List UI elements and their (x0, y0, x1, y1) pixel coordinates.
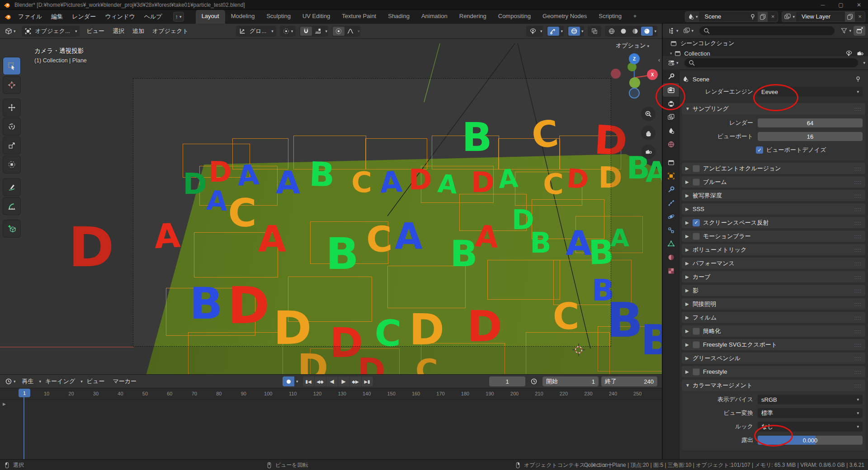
navigation-gizmo[interactable]: Z X (609, 52, 659, 102)
minimize-button[interactable]: ─ (814, 0, 832, 10)
timeline-ruler[interactable]: 1020304050607080901001101201301401501601… (0, 388, 662, 400)
view-layer-remove-button[interactable]: × (855, 12, 865, 22)
workspace-tab-shading[interactable]: Shading (382, 10, 415, 24)
properties-tab-material[interactable] (663, 250, 679, 264)
letter-object[interactable]: D (68, 223, 114, 273)
tool-measure-button[interactable] (3, 197, 21, 215)
properties-tab-modifiers[interactable] (663, 183, 679, 196)
properties-tab-collection[interactable] (663, 155, 679, 169)
snap-toggle[interactable] (300, 27, 312, 36)
workspace-tab-modeling[interactable]: Modeling (225, 10, 261, 24)
panel-header-パフォーマンス[interactable]: ▶パフォーマンス:::: (682, 258, 865, 269)
jump-to-end-button[interactable]: ▶▮ (362, 376, 373, 386)
properties-editor-type-button[interactable]: ▾ (665, 58, 681, 68)
panel-header-モーションブラー[interactable]: ▶モーションブラー:::: (682, 230, 865, 242)
letter-object[interactable]: B (641, 322, 662, 358)
properties-tab-output[interactable] (663, 97, 679, 110)
properties-tab-constraints[interactable] (663, 223, 679, 237)
properties-tab-object[interactable] (663, 169, 679, 183)
snap-target-icon[interactable] (312, 27, 324, 36)
shading-rendered-button[interactable] (641, 27, 653, 36)
tool-select-box-button[interactable] (3, 57, 21, 75)
view-layer-name-field[interactable]: View Layer (797, 13, 845, 20)
properties-tab-view-layer[interactable] (663, 110, 679, 124)
pivot-point-dropdown[interactable]: ▾ (280, 26, 296, 37)
viewport-samples-field[interactable]: 16 (758, 132, 863, 141)
outliner-search-input[interactable] (699, 26, 835, 35)
workspace-tab-rendering[interactable]: Rendering (453, 10, 492, 24)
proportional-falloff-icon[interactable] (344, 27, 356, 36)
exposure-field[interactable]: 0.000 (758, 436, 863, 445)
scene-name-field[interactable]: Scene (700, 13, 748, 20)
tool-move-button[interactable] (3, 99, 21, 117)
menu-レンダー[interactable]: レンダー (67, 11, 100, 23)
properties-tab-render[interactable] (663, 83, 679, 97)
3d-viewport[interactable]: BCDDAABCADADACDDBADACABCABADBABABDABDDDC… (0, 39, 662, 374)
viewport-menu-オブジェクト[interactable]: オブジェクト (148, 25, 193, 37)
workspace-tab-texture-paint[interactable]: Texture Paint (336, 10, 382, 24)
panel-header-Freestyle[interactable]: ▶Freestyle:::: (682, 366, 865, 377)
letter-object[interactable]: B (607, 299, 643, 342)
shading-dropdown[interactable]: ▾ (654, 29, 656, 33)
play-button[interactable]: ▶ (338, 376, 350, 386)
panel-sampling-header[interactable]: ▼ サンプリング :::: (682, 103, 865, 114)
viewport-options-dropdown[interactable]: オプション▾ (616, 42, 649, 50)
display-device-dropdown[interactable]: sRGB▾ (758, 395, 863, 404)
letter-object[interactable]: D (358, 356, 385, 374)
scene-pin-icon[interactable] (748, 12, 758, 22)
properties-tab-scene[interactable] (663, 124, 679, 137)
preview-range-clock-button[interactable] (528, 376, 540, 386)
panel-header-ボリューメトリック[interactable]: ▶ボリューメトリック:::: (682, 244, 865, 255)
xray-toggle[interactable] (588, 26, 601, 37)
timeline-track-area[interactable]: ▶ (0, 400, 662, 460)
new-collection-button[interactable] (854, 26, 865, 36)
tool-cursor-button[interactable] (3, 76, 21, 94)
workspace-tab-animation[interactable]: Animation (415, 10, 453, 24)
panel-checkbox[interactable] (693, 165, 700, 172)
shading-wireframe-button[interactable] (606, 27, 618, 36)
show-gizmo-toggle[interactable] (547, 27, 559, 36)
panel-header-間接照明[interactable]: ▶間接照明:::: (682, 298, 865, 310)
timeline-editor-type-button[interactable]: ▾ (3, 376, 18, 386)
collection-render-icon[interactable] (856, 50, 863, 56)
snap-dropdown[interactable]: ▾ (325, 29, 327, 33)
sidebar-collapse-arrow[interactable]: ‹ (658, 57, 660, 63)
panel-checkbox[interactable]: ✓ (693, 219, 700, 226)
view-layer-browse-button[interactable]: ▾ (782, 12, 797, 22)
tool-add-cube-button[interactable] (3, 220, 21, 238)
prev-keyframe-button[interactable]: ◀◆ (315, 376, 326, 386)
keying-dropdown-small[interactable]: ▾ (296, 379, 298, 384)
timeline-menu-キーイング[interactable]: キーイング (41, 376, 79, 387)
outliner-item-scene-collection[interactable]: シーンコレクション (663, 38, 868, 48)
render-samples-field[interactable]: 64 (758, 118, 863, 127)
proportional-edit-toggle[interactable] (333, 27, 344, 36)
outliner-display-mode-button[interactable]: ▾ (681, 26, 696, 36)
scene-new-button[interactable] (758, 12, 768, 22)
panel-header-スクリーンスペース反射[interactable]: ▶✓スクリーンスペース反射:::: (682, 217, 865, 228)
workspace-reorder-button[interactable]: ↑▾ (173, 12, 184, 22)
timeline-menu-マーカー[interactable]: マーカー (108, 376, 141, 387)
timeline-menu-再生[interactable]: 再生 (18, 376, 38, 387)
letter-object[interactable]: C (415, 357, 438, 374)
properties-tab-physics[interactable] (663, 210, 679, 223)
panel-header-被写界深度[interactable]: ▶被写界深度:::: (682, 190, 865, 201)
gizmo-dropdown[interactable]: ▾ (561, 29, 563, 33)
look-dropdown[interactable]: なし▾ (758, 422, 863, 432)
panel-header-グリースペンシル[interactable]: ▶グリースペンシル:::: (682, 352, 865, 364)
playhead-line[interactable] (24, 396, 24, 459)
workspace-tab-layout[interactable]: Layout (196, 10, 225, 24)
panel-checkbox[interactable] (693, 341, 700, 348)
menu-編集[interactable]: 編集 (47, 11, 67, 23)
viewport-menu-選択[interactable]: 選択 (108, 25, 128, 37)
outliner-editor-type-button[interactable]: ▾ (665, 26, 681, 36)
tool-annotate-button[interactable] (3, 178, 21, 196)
panel-checkbox[interactable] (693, 233, 700, 240)
properties-tab-tool[interactable] (663, 70, 679, 83)
workspace-tab-uv-editing[interactable]: UV Editing (297, 10, 336, 24)
tool-rotate-button[interactable] (3, 118, 21, 136)
mode-dropdown[interactable]: オブジェク... ▾ (22, 26, 80, 37)
timeline-menu-ビュー[interactable]: ビュー (83, 376, 109, 387)
shading-material-button[interactable] (629, 27, 641, 36)
frame-start-field[interactable]: 開始1 (542, 376, 599, 386)
letter-object[interactable]: A (646, 160, 662, 185)
